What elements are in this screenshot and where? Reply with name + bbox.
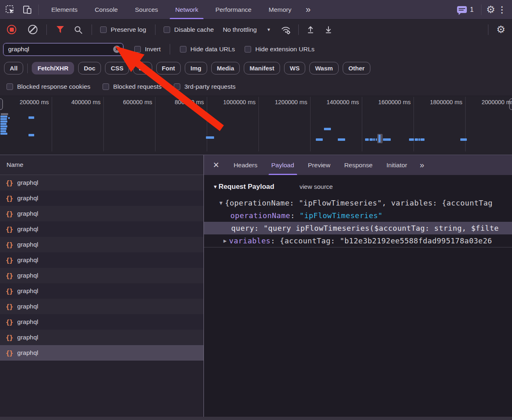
tab-elements[interactable]: Elements — [43, 0, 86, 19]
request-row[interactable]: {}graphql — [0, 190, 203, 206]
detail-tab-preview[interactable]: Preview — [301, 155, 337, 175]
request-row[interactable]: {}graphql — [0, 252, 203, 268]
request-row[interactable]: {}graphql — [0, 299, 203, 314]
request-timing-bar — [418, 138, 420, 141]
tab-network[interactable]: Network — [166, 0, 207, 19]
throttling-select[interactable]: No throttling ▾ — [223, 26, 270, 33]
clear-network-log-button[interactable] — [28, 25, 37, 34]
request-row[interactable]: {}graphql — [0, 283, 203, 299]
type-filter-other[interactable]: Other — [343, 62, 370, 74]
request-name: graphql — [17, 241, 38, 248]
settings-gear-icon[interactable]: ⚙ — [486, 4, 495, 15]
network-settings-gear-icon[interactable]: ⚙ — [497, 24, 505, 35]
request-row[interactable]: {}graphql — [0, 206, 203, 221]
blocked-response-cookies-checkbox[interactable]: Blocked response cookies — [7, 83, 90, 90]
type-filter-ws[interactable]: WS — [284, 62, 305, 74]
timeline-tick-label: 1600000 ms — [378, 99, 414, 105]
payload-tree-row[interactable]: ▶variables: {accountTag: "b12e3b2192ee55… — [204, 234, 512, 247]
filter-icon[interactable] — [56, 26, 65, 34]
invert-checkbox[interactable]: Invert — [134, 46, 161, 53]
blocked-requests-checkbox[interactable]: Blocked requests — [103, 83, 162, 90]
request-timing-bar — [28, 134, 34, 136]
checkbox-box — [180, 46, 186, 52]
invert-label: Invert — [145, 46, 161, 53]
record-network-log-button[interactable] — [7, 25, 16, 34]
import-har-icon[interactable] — [306, 25, 315, 34]
payload-tree-row[interactable]: operationName: "ipFlowTimeseries" — [204, 209, 512, 222]
request-timing-bar — [8, 117, 10, 119]
disable-cache-checkbox[interactable]: Disable cache — [164, 26, 214, 33]
type-filter-wasm[interactable]: Wasm — [309, 62, 339, 74]
name-column-header[interactable]: Name — [0, 155, 203, 175]
detail-tab-payload[interactable]: Payload — [265, 155, 301, 175]
requests-list-pane: Name {}graphql{}graphql{}graphql{}graphq… — [0, 155, 203, 417]
type-filter-font[interactable]: Font — [156, 62, 181, 74]
request-row[interactable]: {}graphql — [0, 175, 203, 190]
devtools-tabbar: ElementsConsoleSourcesNetworkPerformance… — [0, 0, 512, 19]
request-row[interactable]: {}graphql — [0, 221, 203, 237]
request-row[interactable]: {}graphql — [0, 314, 203, 330]
payload-tree-row[interactable]: ▼{operationName: "ipFlowTimeseries", var… — [204, 197, 512, 209]
tab-memory[interactable]: Memory — [260, 0, 300, 19]
tab-console[interactable]: Console — [86, 0, 127, 19]
filter-input[interactable]: graphql ✕ — [3, 43, 123, 56]
type-filter-fetch-xhr[interactable]: Fetch/XHR — [32, 62, 74, 74]
hide-extension-urls-checkbox[interactable]: Hide extension URLs — [245, 46, 315, 53]
search-icon[interactable] — [74, 25, 83, 34]
hide-data-urls-checkbox[interactable]: Hide data URLs — [180, 46, 235, 53]
export-har-icon[interactable] — [324, 25, 333, 34]
json-resource-icon: {} — [6, 334, 13, 341]
request-row[interactable]: {}graphql — [0, 345, 203, 361]
detail-tab-headers[interactable]: Headers — [227, 155, 265, 175]
tab-sources[interactable]: Sources — [127, 0, 167, 19]
payload-section-title[interactable]: Request Payload — [219, 183, 274, 191]
request-name: graphql — [17, 318, 38, 326]
network-main-split: Name {}graphql{}graphql{}graphql{}graphq… — [0, 155, 512, 417]
filter-input-value: graphql — [8, 46, 29, 53]
clear-filter-icon[interactable]: ✕ — [113, 46, 120, 53]
request-row[interactable]: {}graphql — [0, 237, 203, 252]
type-filter-manifest[interactable]: Manifest — [244, 62, 280, 74]
request-name: graphql — [17, 272, 38, 279]
throttling-value: No throttling — [223, 26, 257, 33]
network-overview-timeline[interactable]: 200000 ms400000 ms600000 ms800000 ms1000… — [0, 96, 512, 155]
type-filter-css[interactable]: CSS — [105, 62, 129, 74]
device-toolbar-icon[interactable] — [20, 3, 34, 17]
payload-text: operationName — [230, 211, 290, 220]
tab-performance[interactable]: Performance — [207, 0, 260, 19]
payload-text: : — [271, 236, 280, 245]
timeline-tick-label: 2000000 ms — [481, 99, 512, 105]
inspect-element-icon[interactable] — [3, 3, 17, 17]
3rd-party-requests-checkbox[interactable]: 3rd-party requests — [174, 83, 236, 90]
more-detail-tabs-button[interactable]: » — [414, 155, 431, 175]
request-timing-bar — [0, 130, 6, 132]
network-conditions-icon[interactable] — [280, 25, 291, 35]
disable-cache-label: Disable cache — [174, 26, 214, 33]
request-name: graphql — [17, 179, 38, 186]
request-row[interactable]: {}graphql — [0, 330, 203, 345]
collapse-triangle-icon[interactable]: ▼ — [213, 184, 218, 190]
overview-left-handle[interactable] — [0, 98, 3, 110]
type-filter-all[interactable]: All — [4, 62, 23, 74]
timeline-gridline — [103, 97, 104, 151]
issues-button[interactable]: 1 — [457, 6, 474, 13]
request-name: graphql — [17, 303, 38, 310]
detail-tab-response[interactable]: Response — [337, 155, 380, 175]
close-detail-icon[interactable]: ✕ — [204, 155, 227, 175]
payload-tree-row[interactable]: query: "query ipFlowTimeseries($accountT… — [204, 222, 512, 234]
type-filter-doc[interactable]: Doc — [78, 62, 101, 74]
divider — [38, 4, 39, 15]
request-row[interactable]: {}graphql — [0, 268, 203, 283]
type-filter-js[interactable]: JS — [133, 62, 152, 74]
network-filter-row: graphql ✕ Invert Hide data URLs Hide ext… — [0, 39, 512, 59]
request-name: graphql — [17, 225, 38, 233]
more-panels-button[interactable]: » — [300, 4, 317, 15]
json-resource-icon: {} — [6, 349, 13, 357]
type-filter-media[interactable]: Media — [211, 62, 240, 74]
timeline-tick-label: 1200000 ms — [275, 99, 310, 105]
customize-devtools-icon[interactable]: ⋮ — [495, 5, 512, 15]
detail-tab-initiator[interactable]: Initiator — [379, 155, 414, 175]
preserve-log-checkbox[interactable]: Preserve log — [100, 26, 146, 33]
view-source-link[interactable]: view source — [300, 183, 333, 190]
type-filter-img[interactable]: Img — [185, 62, 207, 74]
